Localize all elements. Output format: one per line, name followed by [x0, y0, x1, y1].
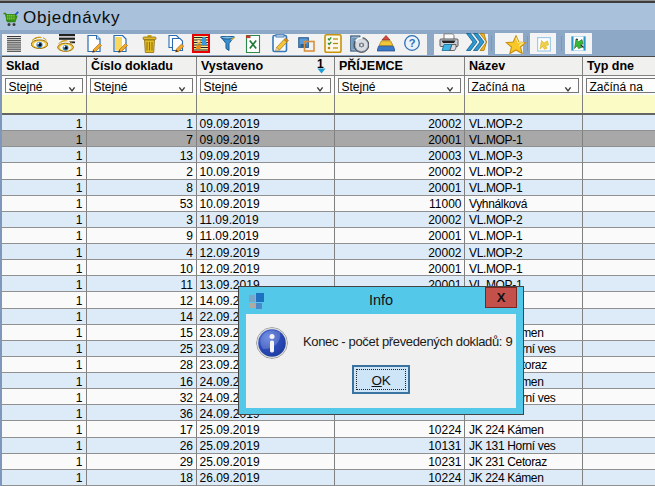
svg-text:?: ?	[409, 37, 416, 49]
